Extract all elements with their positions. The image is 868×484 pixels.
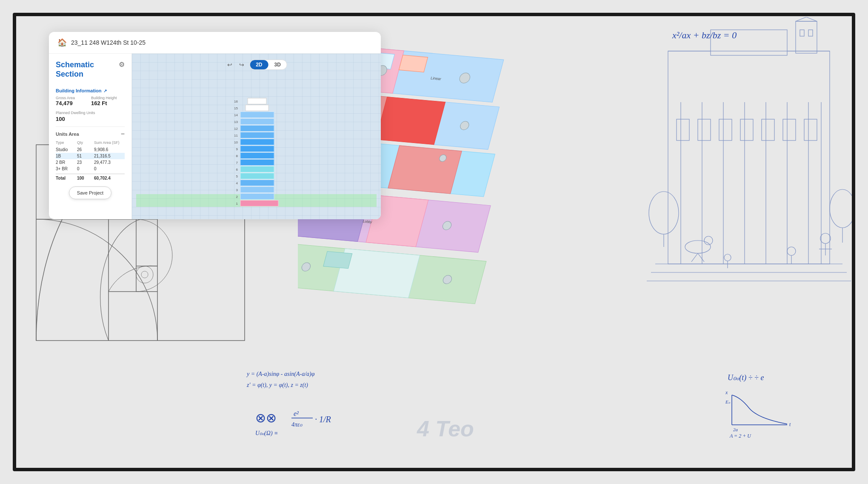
floor-bar-2: [240, 193, 274, 200]
panel-title: Schematic Section: [56, 60, 94, 79]
table-row: Studio 26 9,908.6: [56, 146, 125, 153]
svg-text:t: t: [789, 421, 791, 427]
floor-bar-13: [240, 118, 274, 125]
ui-card-header: 🏠 23_11 248 W124th St 10-25: [49, 32, 381, 54]
building-height-value: 162 Ft: [91, 100, 125, 106]
table-row: 3+ BR 0 0: [56, 166, 125, 172]
svg-text:Lobby: Lobby: [363, 220, 373, 224]
svg-text:y = (A-a)sinφ - asin(A-a/a)φ: y = (A-a)sinφ - asin(A-a/a)φ: [246, 371, 315, 378]
svg-marker-38: [796, 17, 817, 21]
building-info-arrow: ↗: [103, 89, 107, 93]
floor-bar-16: [248, 98, 267, 104]
svg-line-28: [691, 253, 698, 262]
btn-3d[interactable]: 3D: [268, 60, 287, 69]
svg-text:A = 2 + U: A = 2 + U: [729, 433, 751, 438]
svg-point-66: [141, 271, 148, 278]
gross-area-value: 74,479: [56, 100, 89, 106]
svg-text:Eₒ: Eₒ: [725, 399, 731, 404]
formula-3: ⊗⊗ e² 4πε₀ · 1/R U₀ₒ(Ω) ≡: [251, 405, 396, 441]
svg-rect-15: [677, 119, 689, 140]
svg-text:e²: e²: [294, 410, 299, 417]
svg-rect-21: [804, 119, 817, 140]
floor-bar-5: [240, 173, 274, 179]
units-minus-btn[interactable]: −: [121, 130, 125, 138]
svg-rect-70: [399, 55, 428, 72]
floor-bar-14: [240, 112, 274, 118]
formula-1: x²/ax + bz/bz = 0: [668, 26, 762, 58]
svg-text:x: x: [725, 389, 728, 395]
info-grid: Gross Area 74,479 Building Height 162 Ft: [56, 96, 125, 106]
floor-labels: 1 2 3 4 5 6 7 8 9 10 11 12 13 14: [234, 98, 238, 207]
svg-point-33: [649, 192, 679, 234]
floor-bar-3: [240, 186, 274, 193]
svg-rect-19: [762, 119, 774, 140]
floor-bar-10: [240, 139, 274, 145]
svg-rect-18: [740, 119, 753, 140]
redo-button[interactable]: ↪: [237, 60, 246, 70]
svg-point-26: [685, 241, 711, 253]
save-project-button[interactable]: Save Project: [69, 186, 111, 199]
svg-text:x²/ax + bz/bz = 0: x²/ax + bz/bz = 0: [672, 30, 737, 40]
svg-point-24: [787, 247, 796, 255]
svg-rect-20: [783, 119, 796, 140]
left-panel: Schematic Section ⚙ Building Information…: [49, 54, 132, 219]
formula-2: y = (A-a)sinφ - asin(A-a/a)φ z' = φ(t), …: [243, 367, 404, 403]
svg-rect-95: [323, 251, 352, 268]
table-header: Type Qty Sum Area (SF): [56, 140, 125, 145]
svg-text:U₀ₒ(t) ÷ ÷ e: U₀ₒ(t) ÷ ÷ e: [728, 373, 764, 382]
floor-bar-8: [240, 152, 274, 159]
ui-body: Schematic Section ⚙ Building Information…: [49, 54, 381, 219]
table-row-total: Total 100 60,702.4: [56, 174, 125, 181]
svg-text:⊗⊗: ⊗⊗: [255, 411, 277, 425]
svg-rect-76: [376, 97, 445, 144]
view-toggle: 2D 3D: [249, 60, 287, 70]
address-title: 23_11 248 W124th St 10-25: [71, 39, 146, 46]
floor-bar-15: [246, 105, 269, 111]
building-height-label: Building Height: [91, 96, 125, 100]
floor-bar-7: [240, 159, 274, 166]
floor-bar-12: [240, 125, 274, 132]
planned-label: Planned Dwelling Units: [56, 111, 125, 115]
svg-line-29: [698, 253, 704, 262]
formula-4: U₀ₒ(t) ÷ ÷ e x t 2a Eₒ A = 2 + U: [723, 369, 808, 441]
home-icon: 🏠: [57, 38, 67, 47]
svg-text:U₀ₒ(Ω) ≡: U₀ₒ(Ω) ≡: [255, 430, 278, 437]
svg-rect-0: [668, 51, 830, 264]
ui-card: 🏠 23_11 248 W124th St 10-25 Schematic Se…: [49, 32, 381, 219]
undo-button[interactable]: ↩: [226, 60, 234, 70]
teo-text: 4 Teo: [417, 416, 474, 441]
svg-text:2a: 2a: [733, 427, 738, 432]
svg-point-65: [136, 266, 153, 283]
svg-point-35: [830, 189, 855, 228]
floor-bar-4: [240, 180, 274, 186]
svg-rect-40: [808, 30, 813, 36]
gross-area-label: Gross Area: [56, 96, 89, 100]
planned-value: 100: [56, 116, 125, 122]
settings-icon[interactable]: ⚙: [119, 60, 125, 69]
building-sketch: [642, 17, 855, 306]
main-container: x²/ax + bz/bz = 0 y = (A-a)sinφ - asin(A…: [0, 0, 868, 484]
svg-rect-16: [698, 119, 711, 140]
view-controls: ↩ ↪ 2D 3D: [226, 60, 287, 70]
divider-1: [56, 126, 125, 127]
table-row: 1B 51 21,316.5: [56, 153, 125, 159]
svg-text:· 1/R: · 1/R: [315, 415, 331, 424]
right-panel: ↩ ↪ 2D 3D 1 2 3 4 5: [132, 54, 381, 219]
svg-point-30: [820, 233, 831, 243]
units-area-header: Units Area −: [56, 130, 125, 138]
svg-text:z' = φ(t), y = φ(t), z = z(t): z' = φ(t), y = φ(t), z = z(t): [246, 382, 308, 389]
floor-bar-9: [240, 146, 274, 152]
building-info-header[interactable]: Building Information ↗: [56, 88, 125, 93]
svg-text:4πε₀: 4πε₀: [291, 421, 303, 428]
building-chart: 1 2 3 4 5 6 7 8 9 10 11 12 13 14: [234, 98, 279, 207]
building-bars: [240, 98, 279, 207]
svg-rect-39: [800, 30, 804, 36]
btn-2d[interactable]: 2D: [250, 60, 268, 69]
table-row: 2 BR 23 29,477.3: [56, 159, 125, 166]
units-area-label: Units Area: [56, 132, 79, 137]
svg-rect-37: [796, 21, 817, 53]
svg-point-22: [724, 254, 731, 261]
floor-bar-6: [240, 166, 274, 172]
svg-rect-81: [388, 146, 462, 194]
floor-bar-1: [240, 200, 279, 206]
